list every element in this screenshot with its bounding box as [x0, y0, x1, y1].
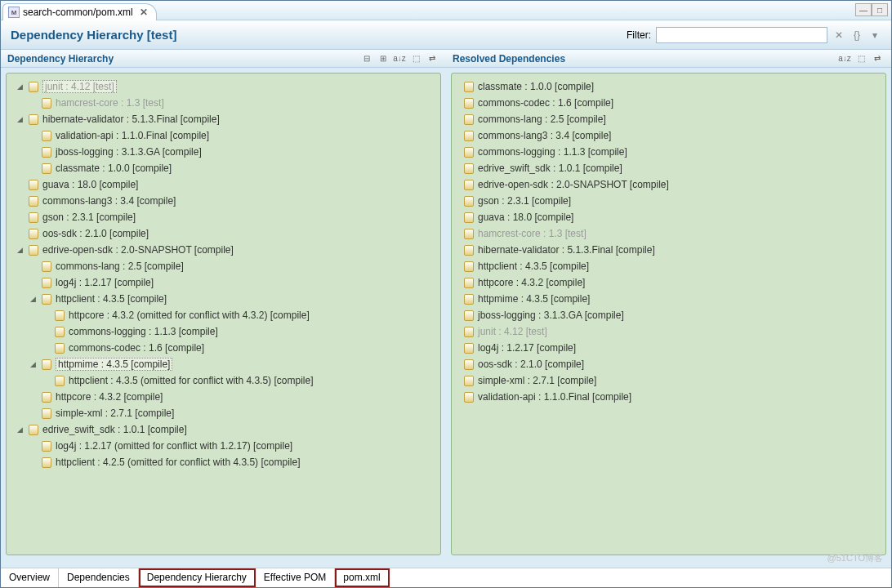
close-icon[interactable]: ✕: [140, 7, 148, 18]
jar-icon: [41, 277, 52, 288]
tree-row[interactable]: httpcore : 4.3.2 [compile]: [11, 389, 435, 405]
dependency-label: junit : 4.12 [test]: [478, 326, 547, 337]
tree-row[interactable]: commons-codec : 1.6 [compile]: [11, 340, 435, 356]
dependency-label: httpcore : 4.3.2 [compile]: [56, 391, 163, 403]
dependency-label: httpmime : 4.3.5 [compile]: [478, 293, 590, 305]
list-item[interactable]: junit : 4.12 [test]: [457, 323, 881, 340]
list-item[interactable]: commons-logging : 1.1.3 [compile]: [457, 144, 881, 160]
tree-row[interactable]: httpclient : 4.2.5 (omitted for conflict…: [11, 454, 435, 470]
bottom-tab[interactable]: pom.xml: [335, 568, 389, 587]
tree-row[interactable]: gson : 2.3.1 [compile]: [11, 209, 435, 225]
tree-row[interactable]: ◢httpmime : 4.3.5 [compile]: [11, 356, 435, 372]
panel-tool-button[interactable]: ⇄: [425, 51, 439, 66]
twisty-icon[interactable]: ◢: [28, 295, 38, 303]
dependency-label: httpcore : 4.3.2 [compile]: [478, 277, 585, 288]
jar-icon: [463, 130, 475, 141]
dependency-label: edrive_swift_sdk : 1.0.1 [compile]: [478, 163, 622, 174]
list-item[interactable]: guava : 18.0 [compile]: [457, 209, 881, 225]
tree-row[interactable]: commons-logging : 1.1.3 [compile]: [11, 323, 435, 340]
maximize-button[interactable]: □: [872, 3, 888, 16]
dependency-label: commons-codec : 1.6 [compile]: [478, 97, 613, 109]
dropdown-icon[interactable]: ▾: [868, 29, 881, 42]
dependency-label: simple-xml : 2.7.1 [compile]: [56, 408, 174, 419]
minimize-button[interactable]: —: [855, 3, 872, 16]
list-item[interactable]: edrive-open-sdk : 2.0-SNAPSHOT [compile]: [457, 176, 881, 193]
list-item[interactable]: commons-lang : 2.5 [compile]: [457, 111, 881, 127]
list-item[interactable]: commons-codec : 1.6 [compile]: [457, 95, 881, 111]
braces-icon[interactable]: {}: [850, 29, 863, 42]
list-item[interactable]: httpmime : 4.3.5 [compile]: [457, 291, 881, 307]
tree-row[interactable]: httpclient : 4.3.5 (omitted for conflict…: [11, 372, 435, 389]
tree-row[interactable]: commons-lang3 : 3.4 [compile]: [11, 193, 435, 209]
tree-row[interactable]: httpcore : 4.3.2 (omitted for conflict w…: [11, 307, 435, 323]
list-item[interactable]: hibernate-validator : 5.1.3.Final [compi…: [457, 242, 881, 258]
panel-tool-button[interactable]: a↓z: [392, 51, 407, 66]
tree-row[interactable]: commons-lang : 2.5 [compile]: [11, 258, 435, 274]
jar-icon: [28, 424, 39, 435]
dependency-label: classmate : 1.0.0 [compile]: [478, 81, 594, 92]
filter-input[interactable]: [656, 27, 827, 43]
tree-row[interactable]: hamcrest-core : 1.3 [test]: [11, 95, 435, 111]
list-item[interactable]: simple-xml : 2.7.1 [compile]: [457, 372, 881, 389]
list-item[interactable]: validation-api : 1.1.0.Final [compile]: [457, 389, 881, 405]
hierarchy-tree[interactable]: ◢junit : 4.12 [test]hamcrest-core : 1.3 …: [6, 73, 441, 555]
panel-tool-button[interactable]: ⬚: [408, 51, 423, 66]
tree-row[interactable]: log4j : 1.2.17 [compile]: [11, 274, 435, 291]
jar-icon: [463, 261, 475, 272]
list-item[interactable]: edrive_swift_sdk : 1.0.1 [compile]: [457, 160, 881, 176]
twisty-icon[interactable]: ◢: [15, 246, 25, 254]
list-item[interactable]: gson : 2.3.1 [compile]: [457, 193, 881, 209]
list-item[interactable]: httpclient : 4.3.5 [compile]: [457, 258, 881, 274]
tree-row[interactable]: ◢edrive-open-sdk : 2.0-SNAPSHOT [compile…: [11, 242, 435, 258]
resolved-list[interactable]: classmate : 1.0.0 [compile]commons-codec…: [451, 73, 886, 555]
dependency-label: validation-api : 1.1.0.Final [compile]: [478, 391, 631, 403]
bottom-tab[interactable]: Effective POM: [256, 568, 335, 587]
jar-icon: [463, 195, 475, 207]
file-tab[interactable]: M search-common/pom.xml ✕: [2, 3, 157, 20]
jar-icon: [41, 391, 52, 403]
panel-tool-button[interactable]: ⊟: [359, 51, 374, 66]
tree-row[interactable]: validation-api : 1.1.0.Final [compile]: [11, 127, 435, 144]
panel-tool-button[interactable]: ⬚: [854, 51, 868, 66]
list-item[interactable]: oos-sdk : 2.1.0 [compile]: [457, 356, 881, 372]
panel-tool-button[interactable]: a↓z: [837, 51, 852, 66]
file-tab-label: search-common/pom.xml: [23, 7, 133, 18]
dependency-label: log4j : 1.2.17 [compile]: [478, 342, 576, 354]
tree-row[interactable]: ◢edrive_swift_sdk : 1.0.1 [compile]: [11, 421, 435, 438]
dependency-label: httpclient : 4.2.5 (omitted for conflict…: [56, 457, 300, 468]
jar-icon: [463, 97, 475, 109]
bottom-tab[interactable]: Dependency Hierarchy: [139, 568, 256, 587]
tree-row[interactable]: jboss-logging : 3.1.3.GA [compile]: [11, 144, 435, 160]
tree-row[interactable]: ◢httpclient : 4.3.5 [compile]: [11, 291, 435, 307]
tree-row[interactable]: classmate : 1.0.0 [compile]: [11, 160, 435, 176]
hierarchy-panel: Dependency Hierarchy ⊟⊞a↓z⬚⇄ ◢junit : 4.…: [1, 50, 446, 560]
panel-tool-button[interactable]: ⊞: [376, 51, 390, 66]
dependency-label: guava : 18.0 [compile]: [478, 212, 573, 223]
tree-row[interactable]: guava : 18.0 [compile]: [11, 176, 435, 193]
dependency-label: validation-api : 1.1.0.Final [compile]: [56, 130, 209, 141]
tree-row[interactable]: simple-xml : 2.7.1 [compile]: [11, 405, 435, 421]
bottom-tab[interactable]: Dependencies: [59, 568, 139, 587]
tree-row[interactable]: log4j : 1.2.17 (omitted for conflict wit…: [11, 438, 435, 454]
tree-row[interactable]: ◢junit : 4.12 [test]: [11, 78, 435, 95]
list-item[interactable]: hamcrest-core : 1.3 [test]: [457, 225, 881, 242]
list-item[interactable]: classmate : 1.0.0 [compile]: [457, 78, 881, 95]
clear-filter-icon[interactable]: ✕: [832, 29, 845, 42]
list-item[interactable]: httpcore : 4.3.2 [compile]: [457, 274, 881, 291]
dependency-label: oos-sdk : 2.1.0 [compile]: [42, 228, 149, 239]
panel-tool-button[interactable]: ⇄: [870, 51, 885, 66]
bottom-tab[interactable]: Overview: [1, 568, 59, 587]
dependency-label: guava : 18.0 [compile]: [42, 179, 138, 190]
twisty-icon[interactable]: ◢: [15, 82, 25, 91]
tree-row[interactable]: oos-sdk : 2.1.0 [compile]: [11, 225, 435, 242]
list-item[interactable]: log4j : 1.2.17 [compile]: [457, 340, 881, 356]
twisty-icon[interactable]: ◢: [15, 115, 25, 123]
resolved-panel: Resolved Dependencies a↓z⬚⇄ classmate : …: [446, 50, 891, 560]
list-item[interactable]: jboss-logging : 3.1.3.GA [compile]: [457, 307, 881, 323]
twisty-icon[interactable]: ◢: [15, 425, 25, 434]
jar-icon: [463, 244, 475, 256]
twisty-icon[interactable]: ◢: [28, 360, 38, 368]
jar-icon: [463, 359, 475, 370]
list-item[interactable]: commons-lang3 : 3.4 [compile]: [457, 127, 881, 144]
tree-row[interactable]: ◢hibernate-validator : 5.1.3.Final [comp…: [11, 111, 435, 127]
